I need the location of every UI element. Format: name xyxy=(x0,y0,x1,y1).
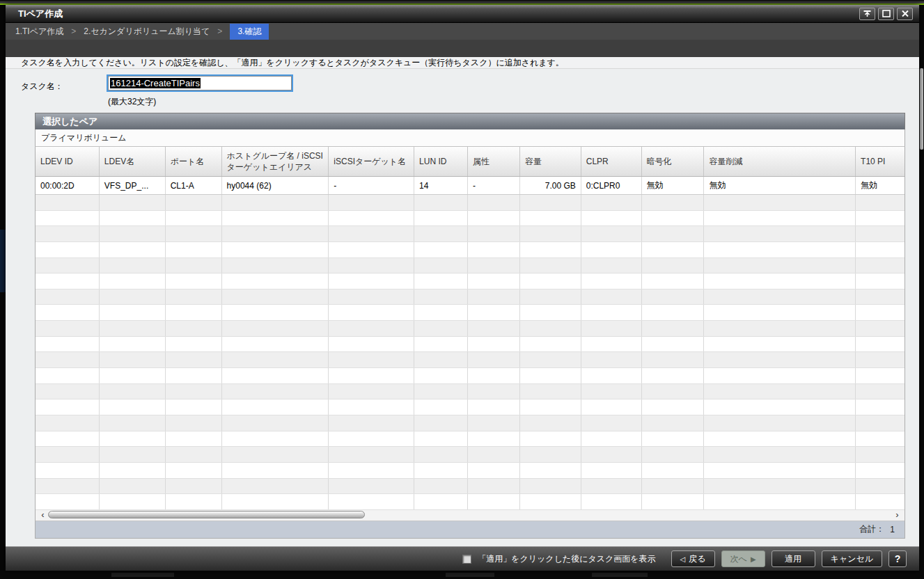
table-cell xyxy=(222,384,329,399)
table-cell xyxy=(166,399,222,415)
column-header[interactable]: 属性 xyxy=(468,147,520,176)
table-cell xyxy=(468,494,520,509)
table-cell xyxy=(856,195,905,210)
table-cell xyxy=(520,368,581,383)
scroll-right-icon[interactable]: › xyxy=(893,511,901,518)
table-cell xyxy=(468,431,520,447)
next-arrow-icon: ▶ xyxy=(751,555,756,563)
apply-button[interactable]: 適用 xyxy=(772,550,815,567)
table-cell xyxy=(36,368,100,383)
table-cell xyxy=(581,431,642,447)
horizontal-scrollbar[interactable]: ‹ › xyxy=(36,510,905,521)
table-cell: 00:00:2D xyxy=(36,177,100,194)
table-cell xyxy=(329,337,414,352)
selected-pairs-panel: 選択したペア プライマリボリューム LDEV IDLDEV名ポート名ホストグルー… xyxy=(35,113,905,539)
shade-button[interactable] xyxy=(859,8,875,20)
task-name-input[interactable]: 161214-CreateTIPairs xyxy=(107,74,293,92)
table-cell xyxy=(468,273,520,289)
table-cell: hy0044 (62) xyxy=(222,177,329,194)
column-header[interactable]: T10 PI xyxy=(856,147,905,176)
table-cell xyxy=(222,431,329,447)
table-cell xyxy=(704,463,856,478)
column-header[interactable]: 暗号化 xyxy=(642,147,705,176)
column-header[interactable]: ホストグループ名 / iSCSI ターゲットエイリアス xyxy=(222,147,329,176)
selected-pairs-header: 選択したペア xyxy=(35,113,905,129)
show-task-screen-checkbox[interactable] xyxy=(462,555,471,564)
table-cell xyxy=(856,447,905,462)
maximize-button[interactable] xyxy=(878,8,894,20)
background-app-top-strip xyxy=(0,0,924,5)
table-cell xyxy=(581,195,642,210)
table-cell xyxy=(414,463,468,478)
table-cell xyxy=(856,494,905,509)
table-cell xyxy=(329,195,414,210)
table-cell xyxy=(642,479,705,494)
table-cell xyxy=(222,337,329,352)
table-cell xyxy=(581,479,642,494)
table-cell xyxy=(856,226,905,241)
table-cell xyxy=(222,447,329,462)
column-header[interactable]: LUN ID xyxy=(414,147,468,176)
table-cell: 14 xyxy=(414,177,468,194)
table-cell xyxy=(581,399,642,415)
table-cell xyxy=(704,352,856,367)
table-cell xyxy=(704,321,856,336)
table-cell: 無効 xyxy=(704,177,856,194)
cancel-button[interactable]: キャンセル xyxy=(822,550,882,567)
table-cell xyxy=(520,195,581,210)
table-cell xyxy=(329,415,414,431)
table-cell xyxy=(166,479,222,494)
table-cell xyxy=(414,273,468,289)
table-cell xyxy=(468,384,520,399)
table-cell xyxy=(704,273,856,289)
table-row[interactable]: 00:00:2DVFS_DP_...CL1-Ahy0044 (62)-14-7.… xyxy=(36,177,905,195)
scroll-left-icon[interactable]: ‹ xyxy=(39,511,47,518)
table-cell xyxy=(36,337,100,352)
column-header[interactable]: ポート名 xyxy=(166,147,222,176)
column-header[interactable]: iSCSIターゲット名 xyxy=(329,147,414,176)
column-header[interactable]: LDEV ID xyxy=(36,147,100,176)
table-cell xyxy=(581,305,642,320)
table-cell xyxy=(704,337,856,352)
table-cell xyxy=(520,273,581,289)
column-header[interactable]: 容量削減 xyxy=(704,147,856,176)
table-cell xyxy=(520,305,581,320)
column-header[interactable]: 容量 xyxy=(520,147,581,176)
table-cell xyxy=(581,226,642,241)
table-cell xyxy=(100,463,166,478)
table-cell xyxy=(414,368,468,383)
table-empty-row xyxy=(36,321,905,337)
scrollbar-track[interactable] xyxy=(47,511,893,519)
table-cell xyxy=(856,384,905,399)
instruction-bar: タスク名を入力してください。リストの設定を確認し、「適用」をクリックするとタスク… xyxy=(6,57,919,69)
table-cell xyxy=(642,494,705,509)
table-cell xyxy=(856,211,905,226)
table-cell xyxy=(222,321,329,336)
table-cell xyxy=(642,211,705,226)
table-cell xyxy=(856,321,905,336)
next-button-label: 次へ xyxy=(730,553,747,565)
table-cell xyxy=(36,494,100,509)
table-cell xyxy=(581,415,642,431)
table-cell xyxy=(36,242,100,257)
table-cell xyxy=(222,368,329,383)
close-button[interactable] xyxy=(897,8,913,20)
background-remnant xyxy=(446,573,494,577)
table-cell: VFS_DP_... xyxy=(100,177,166,194)
table-cell xyxy=(222,273,329,289)
table-cell xyxy=(520,384,581,399)
table-cell xyxy=(704,290,856,305)
table-cell xyxy=(704,431,856,447)
table-empty-row xyxy=(36,290,905,306)
table-empty-row xyxy=(36,431,905,447)
scrollbar-thumb[interactable] xyxy=(48,511,365,518)
task-name-label: タスク名： xyxy=(21,81,63,93)
column-header[interactable]: LDEV名 xyxy=(100,147,166,176)
table-cell xyxy=(36,290,100,305)
table-cell xyxy=(166,447,222,462)
help-button[interactable]: ? xyxy=(888,550,907,567)
column-header[interactable]: CLPR xyxy=(581,147,642,176)
table-cell xyxy=(704,195,856,210)
maximize-icon xyxy=(882,10,891,17)
back-button[interactable]: ◁ 戻る xyxy=(671,550,715,567)
